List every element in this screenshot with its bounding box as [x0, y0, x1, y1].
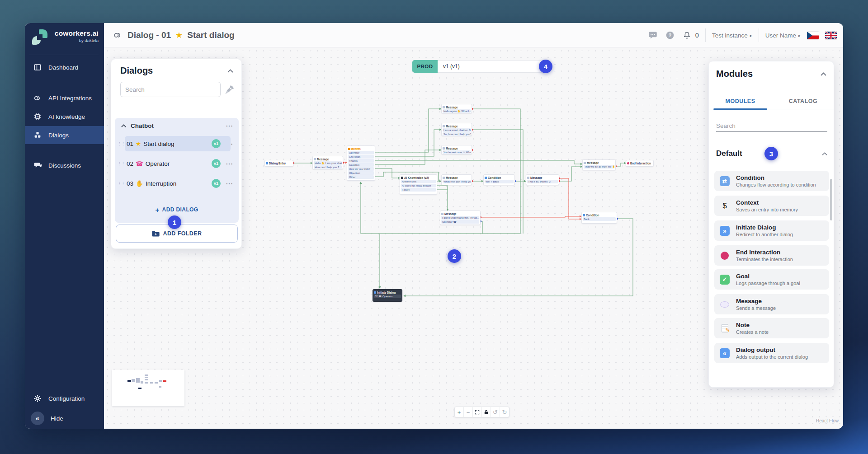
flow-node-message-didnt[interactable]: Message I didn't understand this. Try as…: [440, 211, 481, 225]
flow-node-dialog-entry[interactable]: Dialog Entry: [264, 160, 293, 167]
chevron-up-icon: [821, 72, 826, 76]
fit-view-button[interactable]: [473, 407, 482, 417]
annotation-badge-2: 2: [448, 249, 461, 263]
phone-icon: ☎: [136, 160, 143, 167]
stop-circle-icon: [721, 252, 729, 260]
module-item-note[interactable]: ✎ Note Creates a note: [714, 318, 829, 338]
canvas-controls: + − ↺ ↻: [454, 407, 509, 417]
module-item-initiate-dialog[interactable]: » Initiate Dialog Redirect to another di…: [714, 220, 829, 241]
version-selector[interactable]: v1 (v1): [438, 60, 551, 73]
rocket-icon[interactable]: [224, 84, 235, 97]
message-icon: [443, 125, 445, 127]
module-item-end-interaction[interactable]: End Interaction Terminates the interacti…: [714, 245, 829, 266]
collapse-panel-button[interactable]: [821, 72, 826, 76]
user-menu[interactable]: User Name ▸: [765, 32, 801, 39]
page-title: Dialog - 01 ★ Start dialog: [113, 23, 235, 47]
flow-node-message-smart[interactable]: Message I am a smart chatbot. Simply t… …: [441, 123, 472, 136]
lock-icon: [484, 410, 489, 415]
dialogs-search-input[interactable]: [120, 82, 221, 97]
sidebar-item-ai-knowledge[interactable]: AI AI knowledge: [25, 108, 104, 126]
zoom-in-button[interactable]: +: [455, 407, 464, 417]
bell-icon: [683, 31, 691, 40]
notifications-button[interactable]: [682, 30, 693, 41]
modules-scrollbar[interactable]: [830, 179, 832, 220]
version-badge: v1: [212, 179, 221, 188]
flow-node-message-thanks[interactable]: Message That's all, thanks ☺: [526, 174, 559, 185]
node-title: Dialog Entry: [266, 161, 292, 165]
sidebar-item-api-integrations[interactable]: API Integrations: [25, 89, 104, 107]
note-page-icon: ✎: [722, 324, 728, 332]
flow-minimap[interactable]: [112, 370, 184, 406]
flow-node-message-whatelse[interactable]: Message What else can I help you with?: [441, 174, 472, 185]
sidebar: coworkers.ai by daktela Dashboard API In…: [25, 23, 104, 429]
modules-search-input[interactable]: [716, 120, 827, 132]
brand-subtitle: by daktela: [51, 38, 99, 43]
help-button[interactable]: ?: [665, 30, 675, 41]
flow-node-ai-knowledge[interactable]: AI Knowledge (v2) Answer sent AI does no…: [400, 174, 437, 195]
dialog-item-operator[interactable]: ⋮⋮ 02 ☎ Operator v1 ···: [115, 156, 239, 171]
message-icon: [443, 106, 445, 108]
dialog-item-interruption[interactable]: ⋮⋮ 03 ✋ Interruption v1 ···: [115, 176, 239, 191]
lock-button[interactable]: [482, 407, 491, 417]
fast-forward-icon: »: [720, 226, 730, 236]
flow-node-message-welcome[interactable]: Message You're welcome ☺ What else…: [441, 145, 472, 154]
annotation-badge-4: 4: [539, 60, 552, 73]
flow-node-condition-1[interactable]: Condition Wel + Back: [483, 174, 515, 185]
chevron-up-icon: [822, 152, 827, 155]
message-icon: [441, 213, 443, 215]
module-item-message[interactable]: Message Sends a message: [714, 294, 829, 314]
folder-collapse-button[interactable]: [121, 124, 126, 127]
sidebar-item-discussions[interactable]: Discussions: [25, 156, 104, 174]
tab-modules[interactable]: MODULES: [709, 93, 772, 109]
modules-tabs: MODULES CATALOG: [709, 93, 835, 109]
svg-text:?: ?: [668, 33, 671, 38]
flow-node-initiate-dialog[interactable]: Initiate Dialog 02 ☎ Operator: [373, 289, 402, 302]
sidebar-item-configuration[interactable]: Configuration: [25, 389, 104, 407]
chat-bubble-icon: [648, 31, 657, 40]
zoom-out-button[interactable]: −: [464, 407, 473, 417]
undo-button[interactable]: ↺: [491, 407, 500, 417]
message-icon: [527, 177, 529, 179]
collapse-panel-button[interactable]: [227, 69, 233, 73]
fit-view-icon: [475, 410, 480, 415]
feedback-chat-button[interactable]: [647, 30, 658, 41]
flow-node-message-hello[interactable]: Message Hello ✋ I am your chatbot … How …: [312, 156, 343, 169]
instance-menu[interactable]: Test instance ▸: [712, 32, 752, 39]
sidebar-hide-button[interactable]: « Hide: [25, 409, 104, 427]
flow-node-end-interaction[interactable]: End Interaction: [626, 160, 654, 167]
folder-menu-button[interactable]: ···: [226, 122, 233, 129]
drag-handle-icon[interactable]: ⋮⋮: [118, 161, 124, 166]
header-divider: [759, 28, 759, 42]
chain-link-icon: [33, 94, 42, 103]
add-dialog-button[interactable]: + ADD DIALOG: [115, 203, 239, 216]
czech-flag-icon[interactable]: [807, 32, 819, 39]
plus-icon: +: [155, 206, 159, 214]
dialog-item-start-dialog[interactable]: ⋮⋮ 01 ★ Start dialog v1 ···: [115, 136, 239, 151]
tab-catalog[interactable]: CATALOG: [772, 93, 835, 109]
pencil-icon: ✎: [725, 327, 730, 333]
end-interaction-icon: [627, 162, 629, 164]
flow-node-message-again[interactable]: Message Hello again ✋ What I can hel…: [441, 104, 472, 113]
annotation-badge-3: 3: [764, 147, 778, 160]
caret-right-icon: ▸: [798, 33, 801, 38]
flow-node-intents[interactable]: Intents Operator Greetings Thanks Goodby…: [347, 145, 375, 181]
drag-handle-icon[interactable]: ⋮⋮: [118, 181, 124, 186]
folder-name: Chatbot: [131, 122, 222, 129]
redo-button[interactable]: ↻: [500, 407, 509, 417]
sidebar-item-dialogs[interactable]: Dialogs: [25, 126, 104, 144]
sidebar-divider: [29, 55, 99, 55]
brand: coworkers.ai by daktela: [25, 28, 104, 50]
gear-icon: [33, 394, 42, 403]
checkbox-icon: ✓: [720, 275, 730, 285]
svg-text:AI: AI: [37, 116, 39, 118]
flow-node-message-bye[interactable]: Message That will be all from me ✋ Ta…: [582, 159, 616, 170]
module-item-goal[interactable]: ✓ Goal Logs passage through a goal: [714, 269, 829, 290]
drag-handle-icon[interactable]: ⋮⋮: [118, 141, 124, 146]
uk-flag-icon[interactable]: [825, 32, 837, 39]
module-item-dialog-output[interactable]: « Dialog output Adds output to the curre…: [714, 343, 829, 363]
module-item-context[interactable]: $ Context Saves an entry into memory: [714, 196, 829, 216]
module-item-condition[interactable]: ⇄ Condition Changes flow according to co…: [714, 171, 829, 191]
flow-node-condition-back[interactable]: Condition Back: [581, 212, 617, 224]
sidebar-item-dashboard[interactable]: Dashboard: [25, 58, 104, 76]
dollar-icon: $: [722, 201, 726, 211]
